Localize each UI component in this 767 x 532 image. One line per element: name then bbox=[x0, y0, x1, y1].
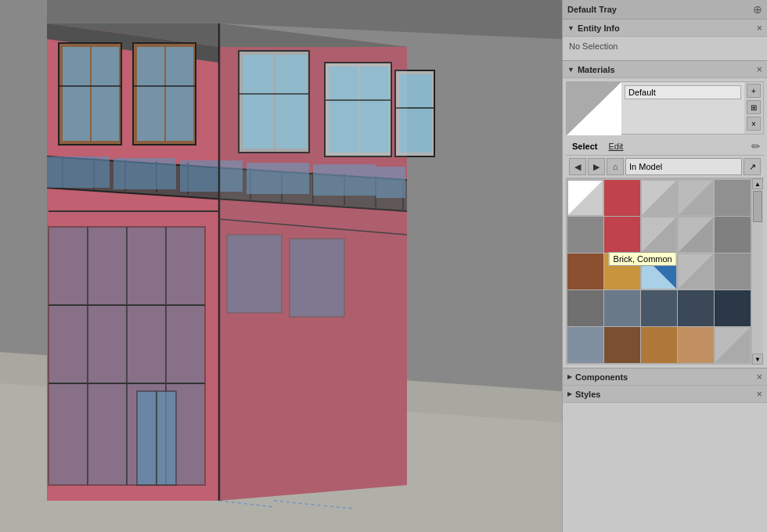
svg-rect-34 bbox=[137, 47, 164, 141]
components-section[interactable]: ▶ Components × bbox=[563, 368, 767, 386]
material-cell-7[interactable] bbox=[641, 217, 677, 253]
nav-back-button[interactable]: ◀ bbox=[569, 158, 586, 175]
material-tabs-row: Select Edit ✏ bbox=[566, 138, 764, 156]
materials-title: Materials bbox=[578, 65, 615, 74]
material-cell-4[interactable] bbox=[715, 180, 751, 216]
materials-triangle: ▼ bbox=[567, 66, 574, 74]
material-cell-3[interactable] bbox=[678, 180, 714, 216]
material-name-area bbox=[621, 82, 744, 134]
tray-title: Default Tray bbox=[567, 5, 617, 14]
right-panel: Default Tray ⊕ ▼ Entity Info × No Select… bbox=[562, 0, 767, 532]
materials-body: + ⊞ × Select Edit ✏ ◀ ▶ ⌂ In Model Color… bbox=[563, 78, 767, 368]
material-cell-5[interactable] bbox=[567, 217, 603, 253]
material-cell-11[interactable] bbox=[604, 253, 640, 289]
scroll-up-button[interactable]: ▲ bbox=[752, 178, 763, 189]
material-cell-2[interactable] bbox=[641, 180, 677, 216]
tray-header: Default Tray ⊕ bbox=[563, 0, 767, 20]
components-triangle: ▶ bbox=[567, 373, 572, 380]
svg-rect-23 bbox=[47, 156, 110, 188]
material-cell-0[interactable] bbox=[567, 180, 603, 216]
material-cell-14[interactable] bbox=[715, 253, 751, 289]
material-swatch bbox=[567, 82, 621, 135]
material-scrollbar[interactable]: ▲ ▼ bbox=[752, 178, 763, 365]
material-delete-icon[interactable]: × bbox=[747, 117, 761, 131]
material-preview-row: + ⊞ × bbox=[566, 81, 764, 135]
material-cell-16[interactable] bbox=[604, 290, 640, 326]
material-cell-22[interactable] bbox=[641, 327, 677, 363]
components-title: Components bbox=[575, 372, 756, 382]
svg-marker-65 bbox=[567, 82, 621, 135]
material-cell-1[interactable] bbox=[604, 180, 640, 216]
tray-pin-icon[interactable]: ⊕ bbox=[753, 3, 762, 16]
scroll-thumb[interactable] bbox=[753, 191, 762, 222]
tab-select[interactable]: Select bbox=[569, 140, 600, 153]
entity-info-triangle: ▼ bbox=[567, 24, 574, 32]
nav-forward-button[interactable]: ▶ bbox=[588, 158, 605, 175]
material-cell-9[interactable] bbox=[715, 217, 751, 253]
entity-info-status: No Selection bbox=[569, 41, 618, 51]
material-grid-wrapper: Brick, Common bbox=[566, 178, 764, 365]
material-folder-icon[interactable]: ⊞ bbox=[747, 100, 761, 114]
material-grid: Brick, Common bbox=[566, 178, 752, 365]
material-cell-20[interactable] bbox=[567, 327, 603, 363]
entity-info-body: No Selection bbox=[563, 37, 767, 60]
material-cell-24[interactable] bbox=[715, 327, 751, 363]
material-cell-8[interactable] bbox=[678, 217, 714, 253]
material-cell-21[interactable] bbox=[604, 327, 640, 363]
material-cell-12[interactable] bbox=[641, 253, 677, 289]
material-cell-tooltip[interactable]: Brick, Common bbox=[604, 217, 640, 253]
material-cell-17[interactable] bbox=[641, 290, 677, 326]
material-nav-row: ◀ ▶ ⌂ In Model Colors Brick and Cladding… bbox=[566, 156, 764, 178]
svg-marker-61 bbox=[219, 23, 407, 501]
styles-triangle: ▶ bbox=[567, 390, 572, 397]
material-collection-dropdown[interactable]: In Model Colors Brick and Cladding bbox=[625, 158, 742, 175]
styles-section[interactable]: ▶ Styles × bbox=[563, 386, 767, 403]
tab-pencil-icon[interactable]: ✏ bbox=[751, 140, 761, 153]
components-close[interactable]: × bbox=[756, 371, 762, 383]
entity-info-title: Entity Info bbox=[578, 23, 620, 33]
nav-sample-button[interactable]: ↗ bbox=[744, 158, 761, 175]
materials-header[interactable]: ▼ Materials × bbox=[563, 61, 767, 78]
svg-marker-64 bbox=[567, 82, 621, 135]
material-new-icon[interactable]: + bbox=[747, 84, 761, 98]
entity-info-panel: ▼ Entity Info × No Selection bbox=[563, 20, 767, 61]
viewport-3d[interactable] bbox=[0, 0, 562, 532]
material-cell-18[interactable] bbox=[678, 290, 714, 326]
nav-home-button[interactable]: ⌂ bbox=[607, 158, 624, 175]
material-name-input[interactable] bbox=[625, 85, 741, 99]
material-cell-15[interactable] bbox=[567, 290, 603, 326]
scroll-down-button[interactable]: ▼ bbox=[752, 354, 763, 365]
tab-edit[interactable]: Edit bbox=[605, 140, 626, 153]
svg-rect-35 bbox=[166, 47, 193, 141]
materials-panel: ▼ Materials × + ⊞ × bbox=[563, 61, 767, 368]
svg-rect-30 bbox=[63, 47, 90, 141]
material-cell-23[interactable] bbox=[678, 327, 714, 363]
styles-close[interactable]: × bbox=[756, 388, 762, 400]
material-cell-19[interactable] bbox=[715, 290, 751, 326]
material-cell-10[interactable] bbox=[567, 253, 603, 289]
material-cell-13[interactable] bbox=[678, 253, 714, 289]
svg-rect-24 bbox=[113, 158, 176, 189]
materials-close[interactable]: × bbox=[756, 64, 762, 74]
entity-info-close[interactable]: × bbox=[756, 23, 762, 33]
styles-title: Styles bbox=[575, 390, 756, 399]
svg-rect-31 bbox=[92, 47, 119, 141]
entity-info-header[interactable]: ▼ Entity Info × bbox=[563, 20, 767, 37]
material-side-icons: + ⊞ × bbox=[744, 82, 763, 134]
